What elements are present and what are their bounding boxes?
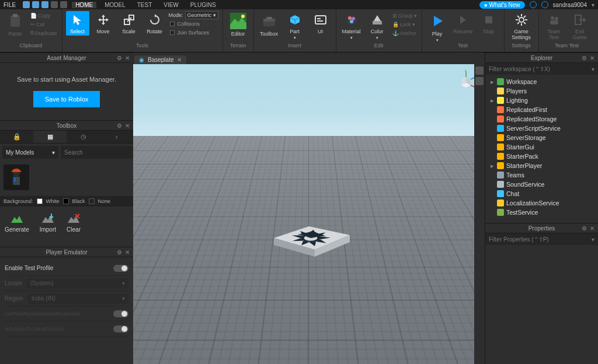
paid-random-toggle[interactable] (113, 310, 128, 317)
close-icon[interactable]: ✕ (590, 225, 596, 231)
tree-node[interactable]: ▸Lighting (486, 96, 597, 105)
qat-save-icon[interactable] (41, 1, 48, 8)
tree-node[interactable]: Chat (486, 189, 597, 198)
gear-icon[interactable]: ⚙ (582, 55, 587, 61)
qat-undo-icon[interactable] (51, 1, 58, 8)
close-icon[interactable]: ✕ (125, 123, 131, 128)
close-icon[interactable]: ✕ (125, 55, 131, 61)
qat-redo-icon[interactable] (60, 1, 67, 8)
paste-button[interactable]: Paste (4, 11, 27, 38)
scale-tool-button[interactable]: Scale (117, 11, 141, 36)
toolbox-tab-inventory[interactable]: ▦ (33, 131, 67, 143)
game-settings-button[interactable]: Game Settings (508, 11, 535, 41)
join-surfaces-toggle[interactable]: Join Surfaces (169, 28, 219, 37)
toolbox-tab-recent[interactable]: ◷ (67, 131, 100, 143)
qat-open-icon[interactable] (32, 1, 39, 8)
mode-dropdown[interactable]: Geometric▾ (185, 11, 219, 19)
player-emulator-header[interactable]: Player Emulator ⚙✕ (0, 247, 133, 257)
select-tool-button[interactable]: Select (66, 11, 89, 36)
group-button[interactable]: ⊞Group▾ (391, 11, 418, 20)
exit-game-button[interactable]: Exit Game (568, 11, 592, 41)
import-button[interactable]: Import (40, 212, 56, 233)
enable-test-profile-toggle[interactable] (113, 265, 128, 272)
toolbox-button[interactable]: Toolbox (258, 11, 281, 38)
bg-none-swatch[interactable] (89, 198, 95, 204)
tree-node[interactable]: StarterGui (486, 142, 597, 152)
tree-node[interactable]: Players (486, 86, 597, 96)
tree-node[interactable]: Teams (486, 170, 597, 180)
vp-tool-1[interactable] (475, 66, 484, 75)
document-tab-baseplate[interactable]: ◉ Baseplate ✕ (134, 55, 186, 64)
viewport-3d[interactable]: x y z (133, 64, 485, 364)
toolbox-asset-thumb[interactable] (4, 164, 29, 190)
part-button[interactable]: Part▾ (283, 11, 307, 41)
duplicate-button[interactable]: ⧉Duplicate (29, 29, 58, 37)
collisions-toggle[interactable]: Collisions (169, 19, 219, 28)
explorer-header[interactable]: Explorer ⚙✕ (485, 52, 598, 63)
toolbox-search-input[interactable] (61, 146, 142, 159)
tree-node[interactable]: ▸Workspace (486, 77, 597, 86)
color-button[interactable]: Color▾ (366, 11, 389, 41)
bg-black-swatch[interactable] (63, 198, 69, 204)
gear-icon[interactable]: ⚙ (117, 55, 123, 61)
tree-node[interactable]: ReplicatedFirst (486, 105, 597, 114)
tab-view[interactable]: VIEW (160, 2, 182, 8)
gear-icon[interactable]: ⚙ (117, 123, 123, 128)
tree-node[interactable]: StarterPack (486, 152, 597, 161)
locale-dropdown[interactable]: (System)▾ (26, 278, 128, 289)
asset-manager-header[interactable]: Asset Manager ⚙✕ (0, 52, 133, 63)
close-icon[interactable]: ✕ (590, 55, 596, 61)
anchor-button[interactable]: ⚓Anchor (391, 29, 418, 37)
material-button[interactable]: Material▾ (340, 11, 363, 41)
properties-header[interactable]: Properties ⚙✕ (485, 223, 598, 233)
terrain-editor-button[interactable]: Editor (227, 11, 250, 38)
generate-button[interactable]: Generate (5, 212, 29, 233)
team-test-button[interactable]: Team Test (543, 11, 566, 41)
tab-plugins[interactable]: PLUGINS (187, 2, 220, 8)
properties-filter[interactable]: Filter Properties (⌃⇧P)▾ (485, 233, 598, 245)
stop-button[interactable]: Stop (477, 11, 500, 36)
explorer-tree[interactable]: ▸WorkspacePlayers▸LightingReplicatedFirs… (485, 75, 598, 219)
clear-button[interactable]: Clear (67, 212, 81, 233)
tab-home[interactable]: HOME (72, 2, 96, 8)
tree-node[interactable]: SoundService (486, 180, 597, 189)
gear-icon[interactable]: ⚙ (582, 225, 587, 231)
toolbox-tab-store[interactable]: 🔒 (0, 131, 33, 143)
save-to-roblox-button[interactable]: Save to Roblox (33, 91, 100, 107)
lock-button[interactable]: 🔒Lock▾ (391, 20, 418, 29)
qat-new-icon[interactable] (23, 1, 30, 8)
tree-node[interactable]: TestService (486, 208, 597, 217)
share-icon[interactable] (541, 1, 548, 8)
username-label[interactable]: sandraa9004 (553, 2, 587, 8)
vp-tool-2[interactable] (475, 77, 484, 85)
tree-node[interactable]: ServerScriptService (486, 124, 597, 133)
gear-icon[interactable]: ⚙ (117, 249, 123, 255)
tab-model[interactable]: MODEL (101, 2, 129, 8)
tree-node[interactable]: ServerStorage (486, 133, 597, 142)
toolbox-category-dropdown[interactable]: My Models▾ (2, 146, 58, 159)
tab-test[interactable]: TEST (134, 2, 156, 8)
user-menu-caret-icon[interactable]: ▾ (592, 2, 594, 8)
play-button[interactable]: Play▾ (426, 11, 449, 44)
resume-button[interactable]: Resume (451, 11, 475, 36)
file-menu[interactable]: FILE (4, 2, 16, 8)
spawn-location[interactable] (256, 203, 361, 267)
china-policies-toggle[interactable] (113, 326, 128, 332)
cut-button[interactable]: ✂Cut (29, 20, 58, 29)
explorer-filter[interactable]: Filter workspace (⌃⇧X)▾ (485, 63, 598, 75)
copy-button[interactable]: 📄Copy (29, 11, 58, 20)
move-tool-button[interactable]: Move (92, 11, 115, 36)
tree-node[interactable]: ▸StarterPlayer (486, 161, 597, 170)
whats-new-button[interactable]: ● What's New (479, 1, 525, 9)
bg-white-swatch[interactable] (37, 198, 43, 204)
rotate-tool-button[interactable]: Rotate (143, 11, 166, 36)
toolbox-header[interactable]: Toolbox ⚙✕ (0, 120, 133, 131)
tree-node[interactable]: LocalizationService (486, 198, 597, 208)
close-icon[interactable]: ✕ (125, 249, 131, 255)
close-icon[interactable]: ✕ (177, 57, 182, 63)
globe-icon[interactable] (530, 1, 537, 8)
ui-button[interactable]: UI (309, 11, 332, 36)
tree-node[interactable]: ReplicatedStorage (486, 114, 597, 124)
toolbox-tab-marketplace[interactable]: ♀ (100, 131, 133, 143)
region-dropdown[interactable]: India (IN)▾ (28, 293, 128, 304)
